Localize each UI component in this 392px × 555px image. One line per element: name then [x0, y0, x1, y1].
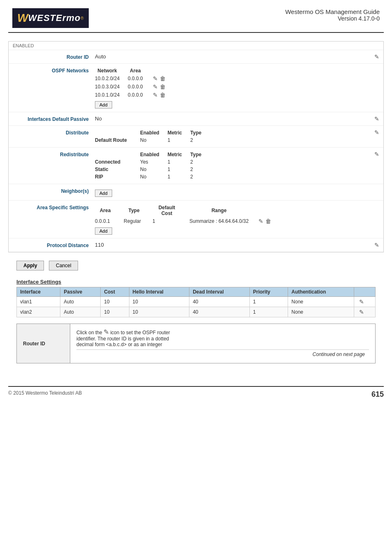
header-title: Westermo OS Management Guide Version 4.1… — [285, 8, 380, 22]
router-id-icons — [373, 53, 379, 60]
delete-icon[interactable]: 🗑 — [160, 92, 166, 98]
iface-dead-cell: 40 — [189, 307, 250, 317]
protocol-distance-row: Protocol Distance 110 — [9, 238, 383, 252]
iface-interface-cell: vlan1 — [17, 297, 60, 307]
iface-col-header: Priority — [249, 287, 288, 297]
redist-enabled-cell: Yes — [140, 158, 168, 166]
protocol-distance-icons — [373, 242, 379, 248]
edit-icon[interactable] — [153, 75, 158, 82]
redist-type-header: Type — [190, 151, 210, 158]
router-id-edit-icon[interactable] — [374, 53, 379, 60]
row-icons: 🗑 — [151, 74, 174, 83]
protocol-distance-edit-icon[interactable] — [374, 242, 379, 248]
neighbors-value: Add — [95, 187, 379, 197]
info-line1: Click on the ✎ icon to set the OSPF rout… — [76, 328, 369, 336]
list-item: vlan2 Auto 10 10 40 1 None — [17, 307, 376, 317]
cancel-button[interactable]: Cancel — [49, 261, 78, 271]
redistribute-row: Redistribute Enabled Metric Type Connect… — [9, 148, 383, 184]
delete-icon[interactable]: 🗑 — [160, 75, 166, 82]
neighbors-label: Neighbor(s) — [13, 187, 95, 194]
dist-metric-header: Metric — [168, 129, 190, 136]
iface-passive-cell: Auto — [60, 307, 101, 317]
logo-registered: ® — [81, 16, 83, 21]
area-range-cell: Summarize : 64.64.64.0/32 — [189, 217, 257, 225]
dist-route-header — [95, 129, 140, 136]
area-area-cell: 0.0.0.1 — [95, 217, 124, 225]
row-icons: 🗑 — [151, 83, 174, 91]
add-network-button[interactable]: Add — [95, 101, 112, 109]
area-specific-table: Area Type Default Cost Range 0.0.0.1 Reg… — [95, 204, 279, 225]
distribute-table: Enabled Metric Type Default Route No 1 2 — [95, 129, 210, 144]
iface-priority-cell: 1 — [249, 297, 288, 307]
redistribute-label: Redistribute — [13, 151, 95, 157]
footer-page: 615 — [371, 390, 384, 399]
iface-dead-cell: 40 — [189, 297, 250, 307]
edit-icon[interactable] — [153, 83, 158, 90]
iface-hello-cell: 10 — [129, 307, 189, 317]
iface-row-icons — [354, 307, 375, 317]
iface-col-header: Authentication — [288, 287, 354, 297]
page-footer: © 2015 Westermo Teleindustri AB 615 — [8, 386, 384, 402]
title-line2: Version 4.17.0-0 — [285, 15, 380, 22]
router-id-info-box: Router ID Click on the ✎ icon to set the… — [16, 324, 376, 363]
table-row: RIP No 1 2 — [95, 173, 210, 180]
area-delete-icon[interactable]: 🗑 — [265, 218, 271, 224]
table-row: Default Route No 1 2 — [95, 136, 210, 144]
network-col-header: Network — [95, 67, 128, 74]
area-type-col-header: Type — [124, 204, 152, 217]
iface-auth-cell: None — [288, 297, 354, 307]
logo-box: W WESTErmo ® — [12, 8, 89, 28]
neighbors-row: Neighbor(s) Add — [9, 184, 383, 201]
interfaces-default-passive-icons — [373, 116, 379, 122]
ospf-networks-row: OSPF Networks Network Area 10.0.2.0/24 0… — [9, 64, 383, 112]
redist-type-cell: 2 — [190, 166, 210, 173]
redistribute-edit-icon[interactable] — [374, 151, 379, 157]
dist-metric-cell: 1 — [168, 136, 190, 144]
network-cell: 10.0.3.0/24 — [95, 83, 128, 91]
protocol-distance-value: 110 — [95, 242, 373, 248]
area-default-cost-col-header: Default Cost — [152, 204, 189, 217]
protocol-distance-label: Protocol Distance — [13, 242, 95, 248]
iface-interface-cell: vlan2 — [17, 307, 60, 317]
iface-auth-cell: None — [288, 307, 354, 317]
router-id-value: Auto — [95, 53, 373, 60]
area-cell: 0.0.0.0 — [128, 83, 151, 91]
redist-type-cell: 2 — [190, 173, 210, 180]
logo-wordmark: WESTErmo — [28, 13, 81, 23]
edit-icon[interactable] — [153, 92, 158, 98]
ospf-networks-label: OSPF Networks — [13, 67, 95, 74]
table-row: 10.0.1.0/24 0.0.0.0 🗑 — [95, 91, 174, 99]
interfaces-default-passive-label: Interfaces Default Passive — [13, 116, 95, 122]
distribute-edit-icon[interactable] — [374, 129, 379, 136]
ospf-networks-value: Network Area 10.0.2.0/24 0.0.0.0 🗑 10.0.… — [95, 67, 379, 109]
redist-route-cell: Connected — [95, 158, 140, 166]
redist-metric-cell: 1 — [168, 158, 190, 166]
area-col-header: Area — [95, 204, 124, 217]
area-edit-icon[interactable] — [258, 218, 263, 224]
area-cell: 0.0.0.0 — [128, 74, 151, 83]
redist-type-cell: 2 — [190, 158, 210, 166]
area-type-cell: Regular — [124, 217, 152, 225]
iface-col-header: Interface — [17, 287, 60, 297]
add-area-button[interactable]: Add — [95, 227, 112, 235]
iface-col-header: Passive — [60, 287, 101, 297]
redistribute-icons — [373, 151, 379, 157]
table-row: Static No 1 2 — [95, 166, 210, 173]
table-row: 0.0.0.1 Regular 1 Summarize : 64.64.64.0… — [95, 217, 279, 225]
router-id-row: Router ID Auto — [9, 50, 383, 64]
iface-edit-icon[interactable] — [359, 298, 364, 305]
iface-passive-cell: Auto — [60, 297, 101, 307]
interfaces-default-passive-edit-icon[interactable] — [374, 116, 379, 122]
add-neighbor-button[interactable]: Add — [95, 190, 112, 197]
info-line4: decimal form <a.b.c.d> or as an integer — [76, 342, 369, 347]
table-row: 10.0.2.0/24 0.0.0.0 🗑 — [95, 74, 174, 83]
delete-icon[interactable]: 🗑 — [160, 83, 166, 90]
title-line1: Westermo OS Management Guide — [285, 8, 380, 15]
apply-button[interactable]: Apply — [16, 261, 44, 271]
dist-route-cell: Default Route — [95, 136, 140, 144]
pencil-icon-inline: ✎ — [104, 328, 109, 335]
iface-edit-icon[interactable] — [359, 309, 364, 315]
distribute-value: Enabled Metric Type Default Route No 1 2 — [95, 129, 373, 144]
redist-route-cell: Static — [95, 166, 140, 173]
area-specific-value: Area Type Default Cost Range 0.0.0.1 Reg… — [95, 204, 379, 235]
